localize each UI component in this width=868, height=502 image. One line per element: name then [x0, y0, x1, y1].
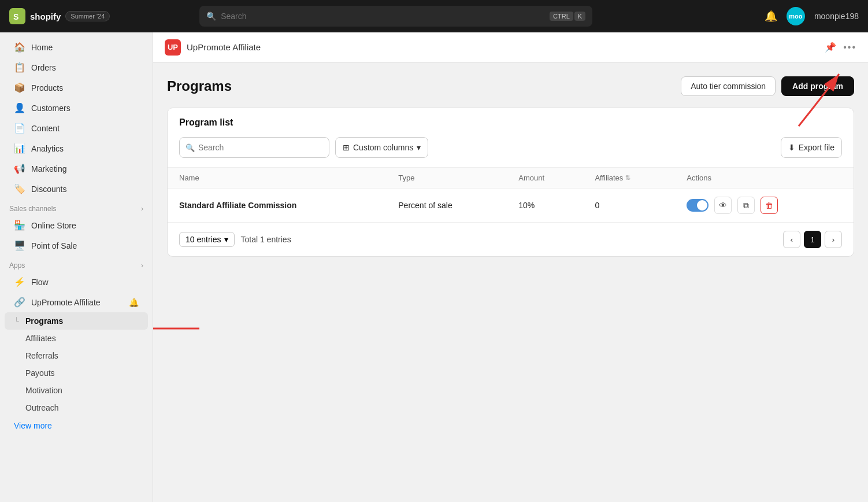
programs-sidebar-arrow-annotation — [153, 305, 211, 352]
custom-columns-label: Custom columns — [353, 143, 413, 152]
sidebar-item-online-store[interactable]: 🏪 Online Store — [5, 215, 148, 235]
dropdown-chevron-icon: ▾ — [417, 143, 421, 152]
action-icons-group: 👁 ⧉ 🗑 — [687, 197, 842, 214]
sidebar-item-uppromote[interactable]: 🔗 UpPromote Affiliate 🔔 — [5, 292, 148, 312]
sidebar-subitem-referrals[interactable]: Referrals — [5, 347, 148, 364]
col-type: Type — [387, 168, 507, 189]
sidebar-subitem-payouts[interactable]: Payouts — [5, 364, 148, 382]
next-page-button[interactable]: › — [825, 231, 842, 248]
more-options-icon[interactable]: ••• — [843, 42, 856, 53]
products-icon: 📦 — [14, 82, 25, 93]
custom-columns-button[interactable]: ⊞ Custom columns ▾ — [335, 137, 428, 158]
customers-icon: 👤 — [14, 102, 25, 113]
shopify-logo-icon: S — [9, 8, 25, 24]
pin-icon[interactable]: 📌 — [825, 42, 836, 53]
view-icon[interactable]: 👁 — [714, 197, 732, 214]
app-icon: UP — [165, 39, 181, 56]
export-label: Export file — [799, 143, 834, 152]
sort-icon[interactable]: ⇅ — [625, 174, 630, 182]
sales-channels-label: Sales channels — [9, 205, 56, 213]
apps-label: Apps — [9, 261, 25, 270]
uppromote-icon: 🔗 — [14, 297, 25, 308]
sidebar-item-customers-label: Customers — [31, 104, 71, 113]
sidebar-subitem-outreach-label: Outreach — [25, 403, 59, 412]
program-search-input[interactable] — [198, 143, 323, 152]
total-entries-label: Total 1 entries — [240, 235, 291, 244]
sidebar-item-discounts[interactable]: 🏷️ Discounts — [5, 179, 148, 199]
app-sub-header: UP UpPromote Affiliate 📌 ••• — [153, 32, 868, 62]
orders-icon: 📋 — [14, 62, 25, 73]
card-title: Program list — [168, 108, 854, 137]
sidebar-item-marketing[interactable]: 📢 Marketing — [5, 158, 148, 179]
app-header-title: UpPromote Affiliate — [187, 42, 261, 52]
sidebar-subitem-programs-label: Programs — [25, 316, 63, 326]
copy-icon[interactable]: ⧉ — [737, 197, 755, 214]
sidebar-subitem-programs[interactable]: └ Programs — [5, 312, 148, 330]
export-file-button[interactable]: ⬇ Export file — [781, 137, 842, 158]
main-content: UP UpPromote Affiliate 📌 ••• — [153, 32, 868, 502]
view-more-link[interactable]: View more — [5, 416, 148, 435]
notification-bell-icon[interactable]: 🔔 — [765, 10, 777, 23]
username-label: moonpie198 — [814, 12, 859, 21]
topnav-right-area: 🔔 moo moonpie198 — [765, 7, 859, 25]
sidebar-item-flow-label: Flow — [31, 278, 49, 287]
top-navigation: S shopify Summer '24 🔍 CTRL K 🔔 moo moon… — [0, 0, 868, 32]
enable-toggle[interactable] — [687, 199, 709, 212]
uppromote-bell-icon: 🔔 — [129, 298, 139, 307]
sidebar-subitem-outreach[interactable]: Outreach — [5, 399, 148, 416]
delete-icon[interactable]: 🗑 — [761, 197, 778, 214]
sales-channels-expand-icon[interactable]: › — [141, 205, 143, 213]
page-actions: Auto tier commission Add program — [681, 76, 854, 96]
page-header: Programs Auto tier commission Add progra… — [167, 76, 854, 96]
program-list-card: Program list 🔍 ⊞ Custom columns ▾ ⬇ Expo… — [167, 108, 854, 257]
program-search-icon: 🔍 — [186, 143, 195, 152]
sidebar-subitem-referrals-label: Referrals — [25, 351, 58, 360]
row-affiliates: 0 — [583, 189, 675, 223]
pagination-bar: 10 entries ▾ Total 1 entries ‹ 1 › — [168, 222, 854, 256]
col-affiliates: Affiliates ⇅ — [583, 168, 675, 189]
table-row: Standard Affiliate Commission Percent of… — [168, 189, 854, 223]
sidebar-item-content[interactable]: 📄 Content — [5, 118, 148, 138]
col-name: Name — [168, 168, 387, 189]
avatar[interactable]: moo — [787, 7, 805, 25]
shopify-wordmark: shopify — [30, 12, 61, 21]
entries-label: 10 entries — [186, 235, 221, 244]
sidebar-item-products[interactable]: 📦 Products — [5, 77, 148, 98]
card-toolbar: 🔍 ⊞ Custom columns ▾ ⬇ Export file — [168, 137, 854, 167]
sidebar-subitem-affiliates[interactable]: Affiliates — [5, 330, 148, 347]
program-search-wrapper[interactable]: 🔍 — [179, 137, 329, 158]
main-layout: 🏠 Home 📋 Orders 📦 Products 👤 Customers 📄… — [0, 32, 868, 502]
row-type: Percent of sale — [387, 189, 507, 223]
sidebar-subitem-motivation[interactable]: Motivation — [5, 382, 148, 399]
sidebar-item-home[interactable]: 🏠 Home — [5, 37, 148, 57]
sidebar-item-orders[interactable]: 📋 Orders — [5, 57, 148, 77]
discounts-icon: 🏷️ — [14, 183, 25, 194]
apps-section: Apps › — [0, 256, 153, 272]
auto-tier-commission-button[interactable]: Auto tier commission — [681, 76, 776, 96]
row-name: Standard Affiliate Commission — [168, 189, 387, 223]
sidebar-item-flow[interactable]: ⚡ Flow — [5, 272, 148, 292]
prev-page-button[interactable]: ‹ — [783, 231, 800, 248]
add-program-button[interactable]: Add program — [781, 76, 854, 96]
page-1-button[interactable]: 1 — [804, 231, 821, 248]
page-navigation: ‹ 1 › — [783, 231, 842, 248]
sidebar-item-point-of-sale[interactable]: 🖥️ Point of Sale — [5, 235, 148, 256]
sidebar-item-customers[interactable]: 👤 Customers — [5, 98, 148, 118]
entries-per-page-select[interactable]: 10 entries ▾ — [179, 232, 235, 247]
sub-header-right: 📌 ••• — [825, 42, 856, 53]
k-key: K — [574, 12, 585, 21]
global-search-bar[interactable]: 🔍 CTRL K — [199, 6, 592, 27]
sidebar-subitem-payouts-label: Payouts — [25, 368, 55, 378]
global-search-input[interactable] — [221, 12, 545, 21]
row-amount: 10% — [507, 189, 583, 223]
online-store-icon: 🏪 — [14, 220, 25, 231]
apps-expand-icon[interactable]: › — [141, 261, 143, 270]
sidebar-item-home-label: Home — [31, 43, 53, 52]
sidebar-item-analytics[interactable]: 📊 Analytics — [5, 138, 148, 158]
sidebar-item-analytics-label: Analytics — [31, 144, 64, 153]
sidebar-subitem-affiliates-label: Affiliates — [25, 334, 56, 343]
sidebar-item-content-label: Content — [31, 124, 60, 133]
search-icon: 🔍 — [206, 12, 216, 21]
flow-icon: ⚡ — [14, 276, 25, 287]
home-icon: 🏠 — [14, 42, 25, 53]
